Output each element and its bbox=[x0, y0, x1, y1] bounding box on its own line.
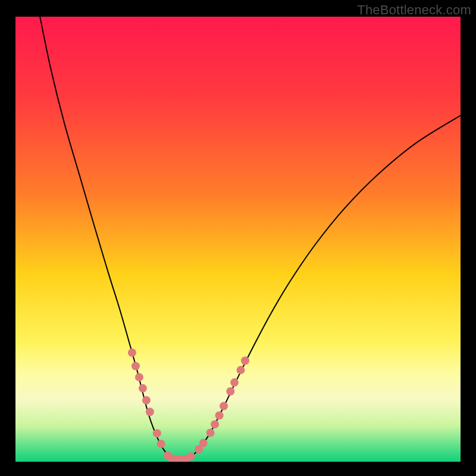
data-marker bbox=[153, 429, 161, 437]
bottleneck-chart bbox=[0, 0, 476, 476]
data-marker bbox=[142, 396, 151, 405]
data-marker bbox=[199, 439, 208, 447]
data-marker bbox=[157, 440, 165, 448]
data-marker bbox=[211, 420, 219, 428]
data-marker bbox=[135, 373, 143, 381]
watermark-text: TheBottleneck.com bbox=[357, 2, 471, 18]
data-marker bbox=[226, 387, 234, 396]
data-marker bbox=[206, 428, 215, 437]
data-marker bbox=[236, 366, 245, 374]
data-marker bbox=[241, 356, 249, 365]
data-marker bbox=[187, 452, 195, 461]
data-marker bbox=[128, 349, 136, 357]
data-marker bbox=[220, 402, 228, 411]
plot-background bbox=[15, 17, 461, 462]
data-marker bbox=[131, 362, 140, 370]
data-marker bbox=[139, 384, 147, 393]
chart-frame: TheBottleneck.com bbox=[0, 0, 476, 476]
data-marker bbox=[230, 378, 239, 387]
data-marker bbox=[146, 408, 154, 416]
data-marker bbox=[215, 411, 224, 419]
